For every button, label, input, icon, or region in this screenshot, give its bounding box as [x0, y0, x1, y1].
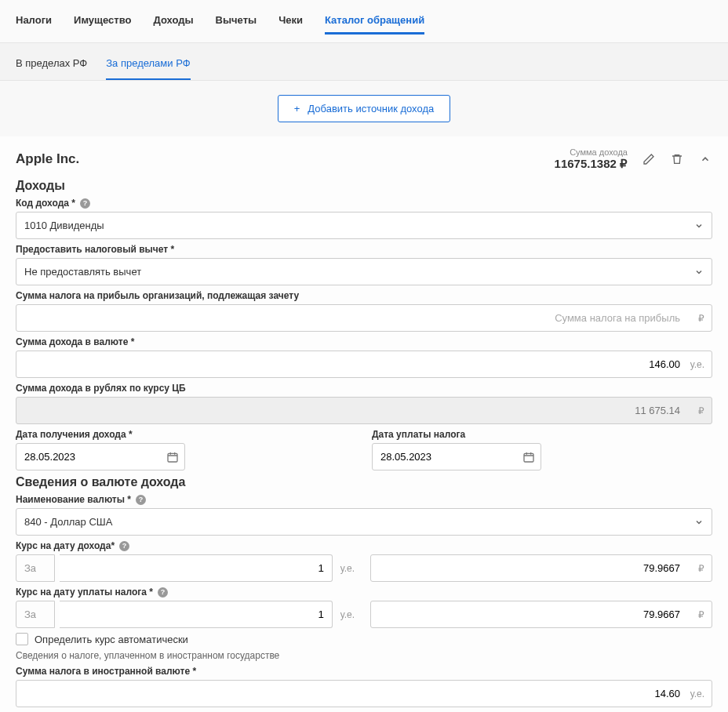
nav-catalog[interactable]: Каталог обращений [325, 8, 424, 35]
chevron-down-icon [694, 518, 704, 527]
add-income-source-button[interactable]: + Добавить источник дохода [278, 95, 450, 122]
card-header: Apple Inc. Сумма дохода 11675.1382 ₽ [16, 147, 712, 171]
auto-rate-label: Определить курс автоматически [35, 634, 188, 645]
calendar-icon[interactable] [166, 451, 179, 463]
nav-receipts[interactable]: Чеки [278, 8, 303, 35]
auto-rate-row: Определить курс автоматически [16, 633, 712, 645]
rate-tax-per-input[interactable] [60, 601, 333, 628]
rate-za-label: За [16, 554, 55, 582]
rub-unit: ₽ [698, 313, 704, 324]
rate-tax-label: Курс на дату уплаты налога * ? [16, 587, 712, 598]
nav-taxes[interactable]: Налоги [16, 8, 52, 35]
income-fx-input[interactable] [16, 351, 712, 378]
date-tax-label: Дата уплаты налога [372, 429, 712, 440]
help-icon[interactable]: ? [136, 495, 146, 505]
income-code-value: 1010 Дивиденды [24, 220, 104, 231]
edit-icon[interactable] [642, 152, 656, 166]
tax-credit-input[interactable] [16, 304, 712, 332]
currency-select[interactable]: 840 - Доллар США [16, 508, 712, 536]
ue-unit: у.е. [690, 688, 704, 699]
rate-income-label: Курс на дату дохода* ? [16, 540, 712, 551]
calendar-icon[interactable] [522, 451, 535, 463]
deduction-label: Предоставить налоговый вычет * [16, 244, 712, 255]
help-icon[interactable]: ? [158, 587, 168, 598]
date-received-label: Дата получения дохода * [16, 429, 356, 440]
nav-deductions[interactable]: Вычеты [216, 8, 257, 35]
income-rub-label: Сумма дохода в рублях по курсу ЦБ [16, 383, 712, 394]
foreign-tax-fx-input[interactable] [16, 680, 712, 707]
rate-income-value-input[interactable] [370, 554, 712, 582]
rate-income-per-input[interactable] [60, 554, 333, 582]
summary-label: Сумма дохода [555, 147, 628, 157]
delete-icon[interactable] [670, 152, 684, 166]
income-summary: Сумма дохода 11675.1382 ₽ [555, 147, 628, 171]
currency-value: 840 - Доллар США [24, 516, 112, 528]
svg-rect-1 [524, 453, 533, 462]
rate-tax-value-input[interactable] [370, 601, 712, 628]
summary-value: 11675.1382 ₽ [555, 157, 628, 171]
nav-income[interactable]: Доходы [153, 8, 193, 35]
tax-credit-label: Сумма налога на прибыль организаций, под… [16, 290, 712, 301]
header-actions: Сумма дохода 11675.1382 ₽ [555, 147, 712, 171]
ue-unit: у.е. [690, 359, 704, 370]
nav-property[interactable]: Имущество [74, 8, 131, 35]
chevron-down-icon [694, 267, 704, 277]
help-icon[interactable]: ? [80, 198, 90, 209]
foreign-tax-section: Сведения о налоге, уплаченном в иностран… [16, 650, 712, 661]
section-currency-title: Сведения о валюте дохода [16, 475, 712, 489]
income-fx-label: Сумма дохода в валюте * [16, 336, 712, 347]
deduction-value: Не предоставлять вычет [24, 266, 141, 278]
rub-unit: ₽ [698, 609, 704, 620]
chevron-down-icon [694, 221, 704, 231]
income-code-select[interactable]: 1010 Дивиденды [16, 212, 712, 239]
currency-name-label: Наименование валюты * ? [16, 494, 712, 505]
income-rub-input [16, 397, 712, 424]
company-name: Apple Inc. [16, 151, 79, 167]
auto-rate-checkbox[interactable] [16, 633, 28, 645]
ue-unit: у.е. [337, 563, 358, 574]
tab-inside-rf[interactable]: В пределах РФ [16, 51, 87, 80]
rub-unit: ₽ [698, 405, 704, 416]
date-received-input[interactable] [16, 443, 185, 470]
rate-income-per: За у.е. [16, 554, 358, 582]
rub-unit: ₽ [698, 563, 704, 574]
svg-rect-0 [168, 453, 177, 462]
rate-za-label: За [16, 601, 55, 628]
plus-icon: + [294, 103, 300, 114]
section-income-title: Доходы [16, 179, 712, 193]
deduction-select[interactable]: Не предоставлять вычет [16, 258, 712, 285]
subtabs: В пределах РФ За пределами РФ [0, 43, 728, 81]
add-bar: + Добавить источник дохода [0, 81, 728, 136]
foreign-tax-fx-label: Сумма налога в иностранной валюте * [16, 666, 712, 677]
top-nav: Налоги Имущество Доходы Вычеты Чеки Ката… [0, 0, 728, 43]
income-code-label: Код дохода * ? [16, 198, 712, 209]
ue-unit: у.е. [337, 609, 358, 620]
tab-outside-rf[interactable]: За пределами РФ [106, 51, 190, 80]
rate-tax-per: За у.е. [16, 601, 358, 628]
help-icon[interactable]: ? [119, 541, 129, 551]
date-tax-input[interactable] [372, 443, 541, 470]
income-card: Apple Inc. Сумма дохода 11675.1382 ₽ Дох… [0, 136, 728, 712]
add-button-label: Добавить источник дохода [308, 103, 434, 114]
collapse-icon[interactable] [698, 152, 712, 166]
